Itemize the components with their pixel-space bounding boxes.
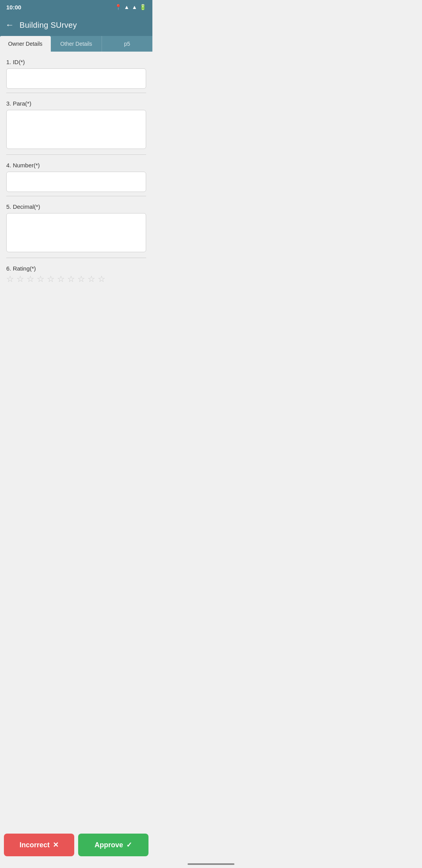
star-8[interactable]: ☆ — [77, 275, 85, 283]
rating-stars: ☆ ☆ ☆ ☆ ☆ ☆ ☆ ☆ ☆ ☆ — [6, 275, 146, 283]
id-label: 1. ID(*) — [6, 59, 146, 65]
star-10[interactable]: ☆ — [98, 275, 106, 283]
status-bar: 10:00 📍 ▲ ▲ 🔋 — [0, 0, 152, 14]
decimal-label: 5. Decimal(*) — [6, 203, 146, 210]
location-icon: 📍 — [115, 4, 122, 10]
id-input[interactable] — [6, 68, 146, 89]
star-4[interactable]: ☆ — [37, 275, 45, 283]
status-time: 10:00 — [6, 4, 21, 11]
para-label: 3. Para(*) — [6, 100, 146, 107]
tab-bar: Owner Details Other Details p5 — [0, 36, 152, 52]
star-2[interactable]: ☆ — [16, 275, 24, 283]
wifi-icon: ▲ — [124, 4, 129, 10]
form-area: 1. ID(*) 3. Para(*) 4. Number(*) 5. Deci… — [0, 52, 152, 326]
rating-label: 6. Rating(*) — [6, 265, 146, 272]
star-9[interactable]: ☆ — [88, 275, 95, 283]
rating-section: 6. Rating(*) ☆ ☆ ☆ ☆ ☆ ☆ ☆ ☆ ☆ ☆ — [6, 258, 146, 287]
decimal-input[interactable] — [6, 213, 146, 252]
para-input[interactable] — [6, 110, 146, 149]
star-1[interactable]: ☆ — [6, 275, 14, 283]
signal-icon: ▲ — [132, 4, 137, 10]
para-section: 3. Para(*) — [6, 93, 146, 155]
star-5[interactable]: ☆ — [47, 275, 55, 283]
star-6[interactable]: ☆ — [57, 275, 65, 283]
battery-icon: 🔋 — [139, 4, 146, 10]
id-section: 1. ID(*) — [6, 52, 146, 93]
back-button[interactable]: ← — [5, 21, 14, 29]
star-3[interactable]: ☆ — [27, 275, 34, 283]
number-label: 4. Number(*) — [6, 162, 146, 169]
star-7[interactable]: ☆ — [67, 275, 75, 283]
number-input[interactable] — [6, 172, 146, 192]
tab-other-details[interactable]: Other Details — [51, 36, 102, 52]
app-bar: ← Building SUrvey — [0, 14, 152, 36]
number-section: 4. Number(*) — [6, 155, 146, 196]
page-title: Building SUrvey — [20, 21, 77, 30]
status-icons: 📍 ▲ ▲ 🔋 — [115, 4, 146, 10]
tab-p5[interactable]: p5 — [102, 36, 152, 52]
tab-owner-details[interactable]: Owner Details — [0, 36, 51, 52]
decimal-section: 5. Decimal(*) — [6, 196, 146, 258]
